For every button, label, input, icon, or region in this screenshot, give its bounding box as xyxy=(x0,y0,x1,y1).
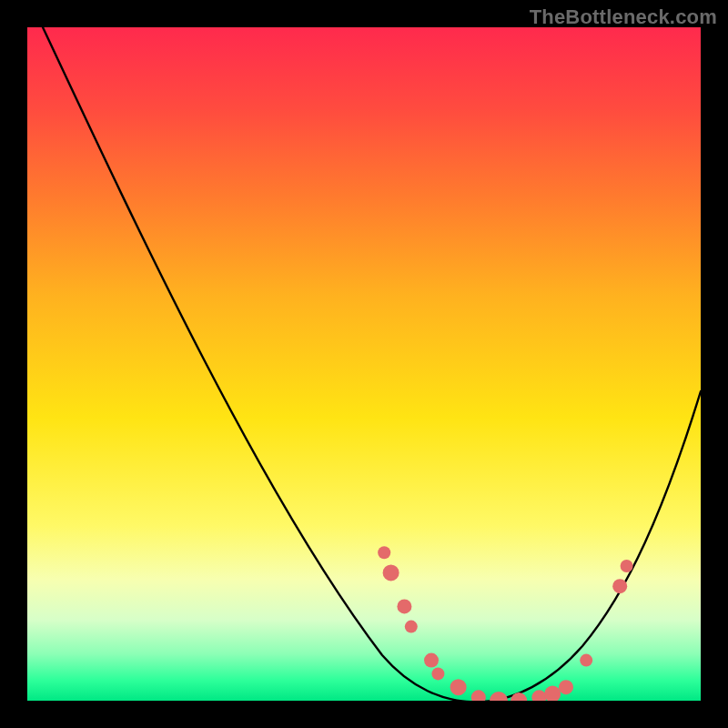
bottleneck-curve xyxy=(43,27,701,701)
data-marker xyxy=(621,560,633,572)
data-marker xyxy=(405,621,418,633)
data-marker xyxy=(378,546,390,559)
data-marker xyxy=(612,579,627,593)
marker-group xyxy=(378,546,632,701)
chart-overlay xyxy=(27,27,701,701)
data-marker xyxy=(431,667,444,680)
data-marker xyxy=(450,679,467,695)
data-marker xyxy=(424,653,439,668)
data-marker xyxy=(559,680,573,694)
data-marker xyxy=(383,564,399,581)
data-marker xyxy=(544,686,561,701)
data-marker xyxy=(531,690,546,701)
chart-frame: TheBottleneck.com xyxy=(0,0,728,728)
watermark-text: TheBottleneck.com xyxy=(530,5,717,29)
data-marker xyxy=(471,690,486,701)
data-marker xyxy=(511,693,527,701)
data-marker xyxy=(397,599,411,613)
data-marker xyxy=(490,692,508,701)
data-marker xyxy=(580,654,592,667)
